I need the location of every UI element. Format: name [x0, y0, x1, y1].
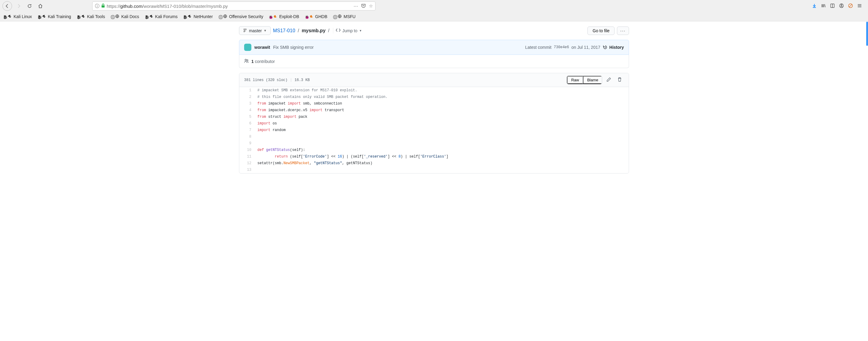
lock-icon[interactable]	[101, 4, 105, 9]
go-to-file-button[interactable]: Go to file	[587, 27, 615, 35]
bookmark-item[interactable]: NetHunter	[183, 14, 213, 19]
bookmark-star-icon[interactable]: ☆	[369, 3, 373, 9]
bookmark-label: Kali Tools	[87, 14, 105, 19]
commit-sha[interactable]: 730e4e6	[554, 45, 569, 49]
globe-icon	[110, 14, 119, 19]
pocket-icon[interactable]	[361, 4, 366, 9]
branch-select-button[interactable]: master ▼	[239, 26, 271, 35]
downloads-icon[interactable]	[812, 3, 817, 9]
contributor-label: contributor	[255, 59, 275, 64]
hamburger-menu-icon[interactable]	[857, 3, 862, 9]
edit-icon[interactable]	[604, 76, 613, 84]
history-link[interactable]: History	[603, 45, 624, 50]
line-content[interactable]	[254, 167, 629, 173]
home-button[interactable]	[36, 2, 44, 10]
line-number[interactable]: 2	[239, 94, 254, 100]
reload-button[interactable]	[25, 2, 34, 10]
sidebar-icon[interactable]	[830, 3, 835, 9]
globe-icon	[333, 14, 342, 19]
code-table: 1# impacket SMB extension for MS17-010 e…	[239, 87, 629, 173]
branch-name: master	[249, 28, 262, 33]
commit-author[interactable]: worawit	[254, 45, 270, 50]
nav-toolbar: ⓘ https://github.com/worawit/MS17-010/bl…	[0, 0, 868, 12]
code-line: 13	[239, 167, 629, 173]
bookmark-label: MSFU	[344, 14, 355, 19]
raw-blame-group: Raw Blame	[567, 76, 602, 84]
line-number[interactable]: 1	[239, 87, 254, 94]
account-icon[interactable]	[839, 3, 844, 9]
bookmark-item[interactable]: Kali Linux	[3, 14, 32, 19]
delete-icon[interactable]	[615, 76, 624, 84]
line-content[interactable]	[254, 133, 629, 140]
commit-date: on Jul 11, 2017	[571, 45, 600, 50]
line-number[interactable]: 3	[239, 100, 254, 107]
blame-button[interactable]: Blame	[583, 76, 602, 84]
line-number[interactable]: 8	[239, 133, 254, 140]
line-content[interactable]: return (self['ErrorCode'] << 16) | (self…	[254, 153, 629, 160]
line-number[interactable]: 10	[239, 147, 254, 153]
file-navigation: master ▼ MS17-010 / mysmb.py / Jump to ▼…	[239, 26, 629, 35]
library-icon[interactable]	[821, 3, 826, 9]
latest-commit-label: Latest commit	[525, 45, 551, 50]
line-content[interactable]: from struct import pack	[254, 113, 629, 120]
line-number[interactable]: 12	[239, 160, 254, 167]
line-content[interactable]: def getNTStatus(self):	[254, 147, 629, 153]
breadcrumb-repo-link[interactable]: MS17-010	[273, 28, 296, 33]
bookmarks-bar: Kali LinuxKali TrainingKali ToolsKali Do…	[0, 12, 868, 21]
bookmark-label: Kali Linux	[13, 14, 32, 19]
bookmark-item[interactable]: GHDB	[305, 14, 327, 19]
forward-button	[14, 2, 23, 10]
bookmark-item[interactable]: MSFU	[333, 14, 355, 19]
bookmark-item[interactable]: Offensive Security	[218, 14, 263, 19]
bookmark-item[interactable]: Kali Forums	[145, 14, 178, 19]
avatar[interactable]	[244, 44, 251, 51]
code-line: 3from impacket import smb, smbconnection	[239, 100, 629, 107]
svg-rect-0	[101, 5, 104, 7]
bookmark-item[interactable]: Kali Docs	[110, 14, 139, 19]
code-line: 6import os	[239, 120, 629, 127]
dragon-icon	[37, 14, 46, 19]
scroll-indicator[interactable]	[866, 22, 868, 46]
svg-line-6	[849, 4, 852, 7]
bookmark-label: Offensive Security	[229, 14, 263, 19]
noscript-icon[interactable]	[848, 3, 853, 9]
line-content[interactable]: # impacket SMB extension for MS17-010 ex…	[254, 87, 629, 94]
line-content[interactable]: import random	[254, 127, 629, 133]
globe-icon	[218, 14, 227, 19]
caret-down-icon: ▼	[359, 29, 362, 32]
line-number[interactable]: 5	[239, 113, 254, 120]
bookmark-label: NetHunter	[193, 14, 213, 19]
code-line: 4from impacket.dcerpc.v5 import transpor…	[239, 107, 629, 113]
more-page-actions-icon[interactable]: ⋯	[353, 3, 358, 9]
line-number[interactable]: 9	[239, 140, 254, 147]
raw-button[interactable]: Raw	[567, 76, 583, 84]
line-number[interactable]: 7	[239, 127, 254, 133]
line-content[interactable]: import os	[254, 120, 629, 127]
line-number[interactable]: 4	[239, 107, 254, 113]
line-content[interactable]	[254, 140, 629, 147]
branch-icon	[243, 28, 247, 33]
line-number[interactable]: 11	[239, 153, 254, 160]
info-icon[interactable]: ⓘ	[95, 3, 99, 9]
address-bar[interactable]: ⓘ https://github.com/worawit/MS17-010/bl…	[92, 1, 375, 10]
more-actions-button[interactable]: ···	[617, 27, 629, 35]
code-line: 11 return (self['ErrorCode'] << 16) | (s…	[239, 153, 629, 160]
back-button[interactable]	[2, 1, 12, 11]
bookmark-item[interactable]: Kali Training	[37, 14, 71, 19]
bookmark-item[interactable]: Kali Tools	[76, 14, 105, 19]
jump-to-dropdown[interactable]: Jump to ▼	[333, 28, 362, 33]
line-content[interactable]: from impacket import smb, smbconnection	[254, 100, 629, 107]
line-content[interactable]: setattr(smb.NewSMBPacket, "getNTStatus",…	[254, 160, 629, 167]
line-content[interactable]: from impacket.dcerpc.v5 import transport	[254, 107, 629, 113]
commit-message[interactable]: Fix SMB signing error	[273, 45, 314, 50]
bookmark-label: Exploit-DB	[279, 14, 299, 19]
line-number[interactable]: 6	[239, 120, 254, 127]
svg-point-4	[841, 4, 842, 6]
line-content[interactable]: # this file contains only valid SMB pack…	[254, 94, 629, 100]
breadcrumb: MS17-010 / mysmb.py /	[273, 28, 331, 33]
bookmark-item[interactable]: Exploit-DB	[269, 14, 299, 19]
bookmark-label: Kali Docs	[121, 14, 139, 19]
line-number[interactable]: 13	[239, 167, 254, 173]
code-line: 2# this file contains only valid SMB pac…	[239, 94, 629, 100]
file-box: 381 lines (320 sloc) | 16.3 KB Raw Blame…	[239, 73, 629, 173]
